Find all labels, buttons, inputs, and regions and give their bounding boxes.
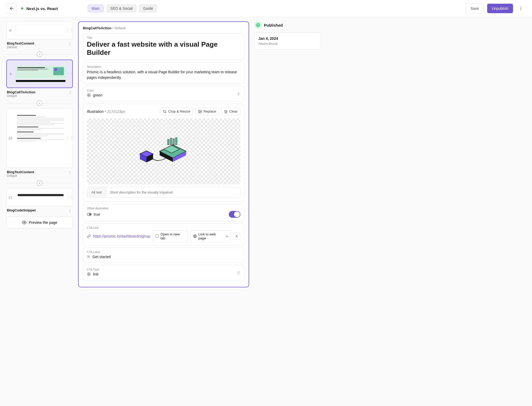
title-field[interactable]: Title Deliver a fast website with a visu… <box>83 33 244 60</box>
illustration-field: Illustration • 217x123px Crop & Resize R… <box>83 104 244 202</box>
chevron-updown-icon <box>237 271 240 275</box>
slice-more-button[interactable]: ⋮ <box>68 170 72 175</box>
editor-header: BlogCallToAction • Default <box>83 26 244 30</box>
trash-icon <box>224 110 228 113</box>
crop-icon <box>163 110 167 113</box>
globe-icon <box>193 234 197 238</box>
field-label: CTA Type <box>87 268 240 271</box>
slice-index: 11 <box>7 195 14 199</box>
offset-value: true <box>94 212 100 216</box>
open-new-tab-checkbox[interactable]: Open in new tab <box>152 230 188 242</box>
drag-handle-icon[interactable]: ⋮⋮ <box>67 195 73 199</box>
drag-handle-icon[interactable]: ⋮⋮ <box>67 28 73 32</box>
replace-button[interactable]: Replace <box>195 108 219 115</box>
link-target-select[interactable]: Link to web page ▾ <box>190 230 231 242</box>
illustration-image <box>135 133 193 170</box>
close-icon <box>235 235 238 238</box>
publish-status: Published <box>264 23 283 27</box>
cta-link-input[interactable]: https://prismic.io/dashboard/signup <box>93 234 150 238</box>
svg-point-21 <box>89 214 91 215</box>
svg-point-4 <box>24 222 25 223</box>
slice-index: 10 <box>7 136 14 140</box>
slice-more-button[interactable]: ⋮ <box>68 208 72 214</box>
svg-point-1 <box>521 7 521 7</box>
slice-editor: BlogCallToAction • Default Title Deliver… <box>78 21 249 287</box>
toggle-icon <box>87 213 92 216</box>
field-label: Offset illustration <box>87 207 240 210</box>
svg-rect-15 <box>173 139 174 145</box>
header-more-button[interactable] <box>516 4 526 13</box>
add-slice-button[interactable]: + <box>37 180 42 186</box>
status-dot <box>21 7 23 9</box>
description-field[interactable]: Description Prismic is a headless soluti… <box>83 62 244 84</box>
slice-preview <box>16 66 65 82</box>
clear-button[interactable]: Clear <box>221 108 240 115</box>
tab-seo[interactable]: SEO & Social <box>106 4 137 13</box>
slice-preview <box>16 192 66 202</box>
cta-link-field: CTA Link https://prismic.io/dashboard/si… <box>83 223 244 245</box>
description-input[interactable]: Prismic is a headless solution, with a v… <box>87 69 240 80</box>
slice-more-button[interactable]: ⋮ <box>68 41 72 47</box>
slice-variant: Default <box>7 45 34 49</box>
slice-type: BlogCallToAction <box>83 26 111 30</box>
slice-name: BlogTextContent <box>7 41 34 45</box>
offset-field: Offset illustration true <box>83 204 244 221</box>
meta-panel: Published Jan 4, 2024 Alison Brunk <box>254 21 321 50</box>
globe-icon <box>256 23 260 27</box>
slice-more-button[interactable]: ⋮ <box>68 90 72 95</box>
page-title: Next.js vs. React <box>26 6 58 11</box>
cta-label-input[interactable]: Get started <box>92 255 240 259</box>
checkbox-icon <box>155 234 159 238</box>
drag-handle-icon[interactable]: ⋮⋮ <box>67 136 73 140</box>
tab-main[interactable]: Main <box>87 4 104 13</box>
publish-author: Alison Brunk <box>258 42 317 46</box>
tag-icon <box>87 93 91 97</box>
text-icon <box>87 255 90 259</box>
offset-toggle[interactable] <box>229 211 240 218</box>
svg-point-3 <box>521 9 521 10</box>
svg-point-2 <box>521 8 521 9</box>
slice-thumb-10[interactable]: 10 ⋮⋮ <box>6 108 73 168</box>
alt-text-input[interactable] <box>106 187 240 197</box>
slice-thumb-11[interactable]: 11 ⋮⋮ <box>6 188 73 206</box>
slice-thumb-9[interactable]: 9 ⋮⋮ <box>6 60 73 88</box>
arrow-left-icon <box>9 6 14 11</box>
cta-type-field[interactable]: CTA Type link <box>83 265 244 281</box>
link-icon <box>87 234 91 238</box>
crop-button[interactable]: Crop & Resize <box>160 108 193 115</box>
title-input[interactable]: Deliver a fast website with a visual Pag… <box>87 40 240 57</box>
cta-label-field[interactable]: CTA Label Get started <box>83 248 244 263</box>
slice-name: BlogCodeSnippet <box>7 208 36 212</box>
svg-rect-22 <box>156 235 158 238</box>
unpublish-button[interactable]: Unpublish <box>487 4 513 13</box>
image-icon <box>198 110 202 113</box>
illustration-size: 217x123px <box>107 109 125 114</box>
illustration-preview[interactable] <box>87 118 240 184</box>
tag-icon <box>87 272 91 276</box>
slice-index: 8 <box>7 28 14 32</box>
cta-type-value: link <box>93 272 240 276</box>
back-button[interactable] <box>6 3 17 14</box>
slice-preview <box>16 112 66 165</box>
publish-card[interactable]: Jan 4, 2024 Alison Brunk <box>254 32 321 50</box>
tab-guide[interactable]: Guide <box>139 4 157 13</box>
svg-point-31 <box>88 274 89 275</box>
slice-preview <box>16 25 66 36</box>
svg-rect-14 <box>170 138 172 145</box>
clear-link-button[interactable] <box>233 233 240 240</box>
slice-name: BlogTextContent <box>7 170 34 174</box>
add-slice-button[interactable]: + <box>37 100 42 106</box>
add-slice-button[interactable]: + <box>37 51 42 57</box>
preview-page-button[interactable]: Preview the page <box>6 217 73 228</box>
save-button[interactable]: Save <box>466 3 484 13</box>
field-label: Color <box>87 89 240 92</box>
color-value: green <box>93 93 240 97</box>
field-label: CTA Label <box>87 250 240 254</box>
drag-handle-icon[interactable]: ⋮⋮ <box>67 72 72 76</box>
svg-rect-13 <box>168 139 169 145</box>
slice-variant: Default <box>7 94 35 98</box>
alt-text-label: Alt text <box>87 187 106 197</box>
slice-thumb-8[interactable]: 8 ⋮⋮ <box>6 21 73 39</box>
field-label: Description <box>87 65 240 68</box>
color-field[interactable]: Color green <box>83 86 244 101</box>
